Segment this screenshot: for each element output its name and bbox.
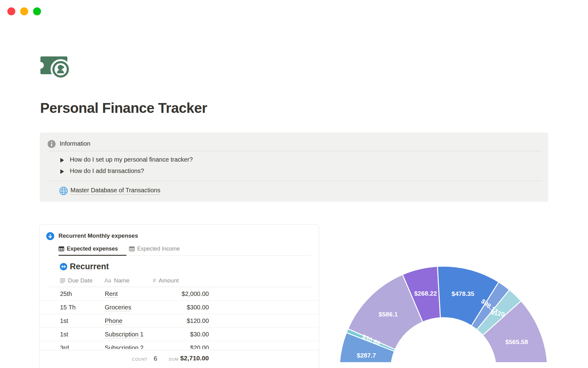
- amount-cell[interactable]: $120.00: [153, 314, 209, 328]
- table-header-row: Due Date Aa Name # Amount: [40, 276, 319, 287]
- tab-expected-income[interactable]: Expected Income: [129, 242, 180, 255]
- chart-segment-label: $478.35: [452, 290, 474, 297]
- number-icon: #: [153, 278, 156, 284]
- count-value[interactable]: 6: [154, 355, 157, 362]
- callout-header: Information: [60, 140, 90, 147]
- table-row[interactable]: 1stPhone$120.00: [40, 314, 319, 328]
- page-title[interactable]: Personal Finance Tracker: [40, 100, 207, 116]
- master-database-link-row: Master Database of Transactions: [40, 185, 548, 197]
- information-callout: Information How do I set up my personal …: [40, 132, 548, 202]
- name-cell[interactable]: Groceries: [105, 301, 131, 314]
- chart-segment-label: $586.1: [379, 311, 398, 318]
- table-body: 25thRent$2,000.0015 ThGroceries$300.001s…: [40, 287, 319, 349]
- amount-cell[interactable]: $300.00: [153, 301, 209, 314]
- due-date-cell[interactable]: 25th: [60, 287, 72, 301]
- master-database-link[interactable]: Master Database of Transactions: [70, 187, 160, 195]
- due-date-cell[interactable]: 1st: [60, 328, 68, 341]
- chart-segment-label: $268.22: [414, 290, 437, 297]
- column-divider: [209, 287, 210, 349]
- name-cell[interactable]: Subscription 2: [105, 341, 144, 349]
- notion-window: Personal Finance Tracker Information How…: [0, 0, 588, 368]
- money-with-face-icon[interactable]: [40, 52, 74, 80]
- amount-cell[interactable]: $2,000.00: [153, 287, 209, 301]
- recurring-arrows-icon: [60, 263, 67, 270]
- table-view-icon: [129, 246, 135, 252]
- divider: [49, 181, 541, 181]
- column-header-name[interactable]: Aa Name: [104, 277, 130, 284]
- window-controls: [7, 7, 41, 15]
- title-icon: Aa: [104, 278, 111, 284]
- zoom-window-button[interactable]: [33, 7, 41, 15]
- tab-expected-expenses[interactable]: Expected expenses: [58, 242, 118, 255]
- minimize-window-button[interactable]: [20, 7, 28, 15]
- view-tabs: Expected expenses Expected Income: [58, 242, 180, 255]
- card-title: Recurrent Monthly expenses: [58, 232, 138, 239]
- arrow-down-circle-icon[interactable]: [46, 232, 55, 240]
- due-date-cell[interactable]: 1st: [60, 314, 68, 328]
- close-window-button[interactable]: [7, 7, 15, 15]
- chart-segment-label: $287.7: [357, 352, 376, 359]
- select-icon: [60, 278, 65, 283]
- amount-cell[interactable]: $20.00: [153, 341, 209, 349]
- name-cell[interactable]: Phone: [105, 314, 123, 328]
- table-row[interactable]: 15 ThGroceries$300.00: [40, 301, 319, 314]
- toggle-arrow-icon[interactable]: [60, 169, 64, 174]
- expenses-donut-chart[interactable]: $287.7$30.68$586.1$268.22$478.35$98.17$1…: [318, 251, 570, 362]
- column-header-amount[interactable]: # Amount: [153, 277, 179, 284]
- info-icon: [47, 140, 56, 148]
- database-section-title[interactable]: Recurrent: [70, 262, 109, 271]
- name-cell[interactable]: Subscription 1: [105, 328, 144, 341]
- toggle-arrow-icon[interactable]: [60, 158, 64, 163]
- sum-value[interactable]: $2,710.00: [172, 355, 209, 362]
- toggle-setup-question[interactable]: How do I set up my personal finance trac…: [40, 155, 548, 166]
- amount-cell[interactable]: $30.00: [153, 328, 209, 341]
- toggle-add-transactions-question[interactable]: How do I add transactions?: [40, 167, 548, 178]
- recurrent-expenses-card: Recurrent Monthly expenses Expected expe…: [39, 224, 319, 368]
- table-footer: COUNT 6 SUM $2,710.00: [40, 350, 319, 368]
- column-header-due-date[interactable]: Due Date: [60, 277, 92, 284]
- table-row[interactable]: 1stSubscription 1$30.00: [40, 328, 319, 341]
- active-tab-underline: [58, 255, 126, 256]
- name-cell[interactable]: Rent: [105, 287, 118, 301]
- table-row[interactable]: 3rdSubscription 2$20.00: [40, 341, 319, 349]
- table-view-icon: [58, 246, 64, 252]
- divider: [49, 151, 541, 151]
- due-date-cell[interactable]: 15 Th: [60, 301, 76, 314]
- table-row[interactable]: 25thRent$2,000.00: [40, 287, 319, 301]
- globe-icon: [59, 186, 68, 195]
- chart-segment-label: $565.58: [505, 338, 528, 345]
- count-label[interactable]: COUNT: [132, 357, 148, 362]
- due-date-cell[interactable]: 3rd: [60, 341, 69, 349]
